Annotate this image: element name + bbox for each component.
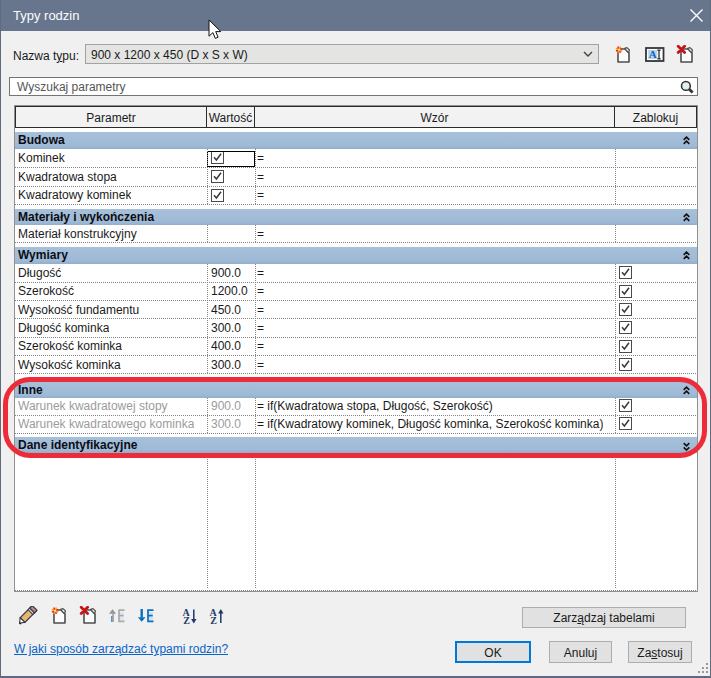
svg-text:Z: Z: [210, 615, 217, 626]
svg-text:Z: Z: [183, 615, 190, 626]
svg-text:A: A: [649, 48, 657, 60]
